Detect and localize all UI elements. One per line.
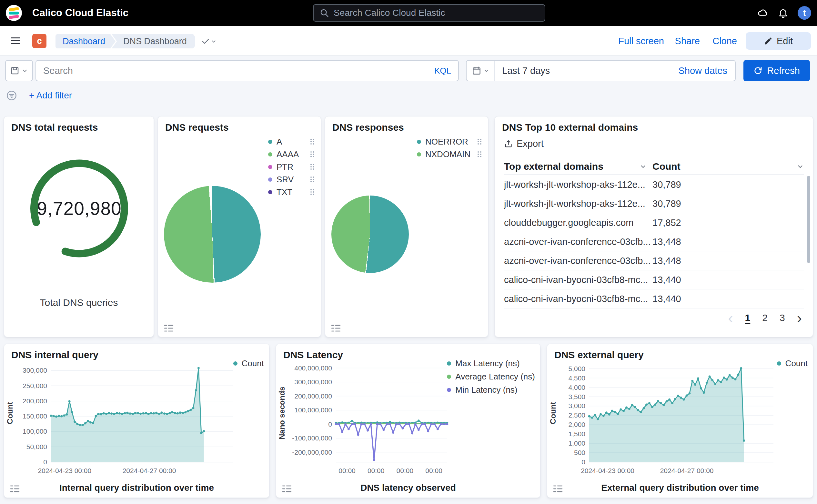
pagination-page-1[interactable]: 1: [745, 312, 751, 323]
legend-toggle-icon[interactable]: [10, 485, 20, 493]
area-chart: 050,000100,000150,000200,000250,000300,0…: [4, 361, 269, 477]
legend-item-noerror[interactable]: NOERROR: [417, 137, 483, 146]
full-screen-button[interactable]: Full screen: [618, 26, 664, 56]
legend-color-dot: [417, 140, 421, 144]
check-icon: [201, 37, 210, 46]
share-button[interactable]: Share: [675, 26, 700, 56]
count-cell: 13,440: [652, 275, 681, 285]
domain-cell: calico-cni-ivan-byocni-03cfb8-mc...: [504, 294, 652, 304]
legend-actions-icon[interactable]: [310, 151, 314, 157]
clone-button[interactable]: Clone: [712, 26, 737, 56]
refresh-button[interactable]: Refresh: [743, 60, 810, 81]
legend-actions-icon[interactable]: [310, 189, 314, 195]
svg-text:400,000,000: 400,000,000: [294, 364, 332, 372]
svg-text:150,000: 150,000: [23, 412, 47, 420]
table-row: jlt-worksh-jlt-workshop-aks-112e...30,78…: [504, 175, 804, 194]
panel-dns-external-query: DNS external query Count Count 05001,000…: [547, 344, 813, 498]
export-label: Export: [517, 138, 544, 149]
table-row: clouddebugger.googleapis.com17,852: [504, 213, 804, 232]
table-row: calico-cni-ivan-byocni-03cfb8-mc...13,44…: [504, 270, 804, 289]
panel-dns-responses: DNS responses NOERRORNXDOMAIN: [325, 116, 488, 337]
panel-title[interactable]: DNS total requests: [11, 122, 98, 133]
legend-actions-icon[interactable]: [310, 176, 314, 182]
show-dates-button[interactable]: Show dates: [678, 66, 727, 76]
refresh-button-label: Refresh: [767, 66, 800, 76]
panel-title[interactable]: DNS Latency: [283, 349, 343, 360]
chevron-down-icon: [483, 68, 489, 74]
svg-text:4,000: 4,000: [568, 384, 585, 391]
panel-title[interactable]: DNS requests: [165, 122, 229, 133]
panel-dns-latency: DNS Latency Max Latency (ns)Average Late…: [276, 344, 540, 498]
legend-item-nxdomain[interactable]: NXDOMAIN: [417, 150, 483, 159]
pagination-page-3[interactable]: 3: [780, 312, 785, 323]
export-button[interactable]: Export: [504, 136, 544, 151]
count-cell: 13,448: [652, 237, 681, 247]
panel-title[interactable]: DNS responses: [332, 122, 404, 133]
sort-chevron-icon: [640, 163, 647, 170]
legend-color-dot: [268, 140, 272, 144]
legend-toggle-icon[interactable]: [164, 324, 174, 332]
kql-search-input[interactable]: Search KQL: [35, 60, 459, 81]
legend-toggle-icon[interactable]: [553, 485, 563, 493]
chevron-down-icon: [211, 38, 217, 44]
filter-icon[interactable]: [6, 90, 17, 101]
notifications-icon[interactable]: [778, 7, 789, 18]
legend-color-dot: [268, 165, 272, 169]
pagination-next-icon[interactable]: ›: [797, 310, 802, 325]
legend-toggle-icon[interactable]: [282, 485, 292, 493]
table-row: azcni-over-ivan-conference-03cfb...13,44…: [504, 232, 804, 251]
pie-chart[interactable]: [331, 196, 409, 273]
cloud-icon[interactable]: [757, 7, 769, 19]
pagination-page-2[interactable]: 2: [762, 312, 768, 323]
breadcrumb-dashboard[interactable]: Dashboard: [55, 34, 116, 48]
user-avatar[interactable]: t: [798, 6, 811, 20]
column-header-domains[interactable]: Top external domains: [504, 161, 652, 172]
legend-actions-icon[interactable]: [478, 139, 481, 145]
breadcrumb-current[interactable]: DNS Dashboard: [112, 34, 195, 48]
panel-title[interactable]: DNS internal query: [11, 349, 98, 360]
panel-title[interactable]: DNS external query: [554, 349, 644, 360]
topbar-actions: t: [757, 0, 811, 26]
pencil-icon: [764, 36, 773, 45]
panel-dns-top-external-domains: DNS Top 10 external domains Export Top e…: [495, 116, 813, 337]
pagination-prev-icon[interactable]: ‹: [728, 310, 733, 325]
menu-icon[interactable]: [10, 35, 21, 46]
calendar-menu-button[interactable]: [467, 61, 495, 81]
saved-query-menu-button[interactable]: [5, 60, 33, 81]
legend-item-txt[interactable]: TXT: [268, 187, 316, 197]
saved-state-indicator[interactable]: [201, 37, 217, 46]
time-range-value[interactable]: Last 7 days: [502, 66, 678, 76]
scrollbar-thumb[interactable]: [807, 176, 810, 263]
svg-text:2024-04-27 00:00: 2024-04-27 00:00: [660, 467, 714, 474]
export-icon: [504, 139, 513, 148]
panel-title[interactable]: DNS Top 10 external domains: [502, 122, 638, 133]
column-header-count[interactable]: Count: [652, 161, 804, 172]
legend-item-aaaa[interactable]: AAAA: [268, 150, 316, 159]
svg-text:0: 0: [328, 420, 332, 428]
legend-item-srv[interactable]: SRV: [268, 175, 316, 184]
legend-toggle-icon[interactable]: [331, 324, 341, 332]
project-badge[interactable]: c: [32, 34, 46, 48]
legend-item-ptr[interactable]: PTR: [268, 162, 316, 171]
legend-actions-icon[interactable]: [310, 164, 314, 170]
legend-actions-icon[interactable]: [310, 139, 314, 145]
pie-chart[interactable]: [164, 186, 261, 283]
legend-actions-icon[interactable]: [478, 151, 481, 157]
query-bar: Search KQL Last 7 days Show dates Refres…: [0, 60, 817, 82]
time-range-picker: Last 7 days Show dates: [466, 60, 736, 81]
area-chart: 05001,0001,5002,0002,5003,0003,5004,0004…: [547, 361, 813, 477]
svg-text:200,000,000: 200,000,000: [294, 392, 332, 400]
domain-cell: jlt-worksh-jlt-workshop-aks-112e...: [504, 198, 652, 209]
count-cell: 13,448: [652, 256, 681, 266]
kql-language-button[interactable]: KQL: [434, 66, 451, 76]
add-filter-button[interactable]: + Add filter: [29, 88, 72, 103]
edit-button[interactable]: Edit: [746, 32, 811, 50]
breadcrumb: Dashboard DNS Dashboard: [55, 34, 217, 48]
table-row: calico-cni-ivan-byocni-03cfb8-mc...13,44…: [504, 289, 804, 308]
elastic-logo[interactable]: [6, 5, 22, 21]
chart-subtitle: Internal query distribution over time: [4, 483, 269, 493]
gauge-chart: 9,720,980: [4, 137, 154, 279]
global-search-input[interactable]: Search Calico Cloud Elastic: [313, 4, 545, 22]
legend-item-a[interactable]: A: [268, 137, 316, 146]
svg-text:1,000: 1,000: [568, 439, 585, 447]
